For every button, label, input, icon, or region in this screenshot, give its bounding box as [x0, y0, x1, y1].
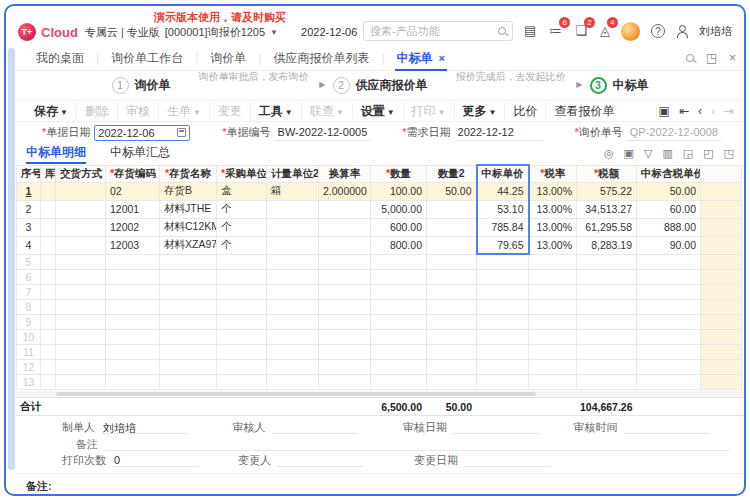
grid-cell[interactable]: 12003	[106, 236, 160, 254]
grid-cell[interactable]	[577, 299, 637, 314]
grid-cell[interactable]	[427, 200, 477, 218]
toolbar-button[interactable]: 保存▼	[26, 103, 77, 120]
column-header[interactable]: *存货名称	[160, 165, 217, 182]
column-header[interactable]: 厍	[41, 165, 56, 182]
grid-cell[interactable]	[106, 254, 160, 269]
grid-cell[interactable]: 盒	[217, 182, 267, 200]
card-detail-icon[interactable]: ▣	[624, 147, 634, 160]
grid-cell[interactable]	[637, 299, 701, 314]
subtab-item[interactable]: 中标单明细	[26, 143, 86, 164]
grid-cell[interactable]	[701, 359, 742, 374]
fullscreen-icon[interactable]: ◳	[724, 147, 734, 160]
grid-cell[interactable]	[106, 374, 160, 389]
grid-cell[interactable]	[529, 314, 577, 329]
toolbar-button[interactable]: 变更	[210, 103, 251, 120]
grid-cell[interactable]	[56, 359, 106, 374]
column-header[interactable]: 数量2	[427, 165, 477, 182]
footer-field-value[interactable]	[464, 454, 550, 467]
grid-cell[interactable]	[106, 359, 160, 374]
grid-cell[interactable]	[529, 374, 577, 389]
grid-cell[interactable]	[701, 182, 742, 200]
grid-cell[interactable]	[41, 269, 56, 284]
grid-cell[interactable]	[267, 374, 319, 389]
grid-cell[interactable]	[427, 269, 477, 284]
grid-cell[interactable]	[160, 329, 217, 344]
user-icon[interactable]	[676, 25, 688, 38]
grid-cell[interactable]	[427, 218, 477, 236]
grid-cell[interactable]	[56, 218, 106, 236]
grid-cell[interactable]	[56, 284, 106, 299]
prev-page-icon[interactable]: ‹	[698, 104, 702, 118]
grid-cell[interactable]	[41, 182, 56, 200]
toolbar-button[interactable]: 打印▼	[404, 103, 455, 120]
grid-cell[interactable]	[637, 329, 701, 344]
grid-cell[interactable]	[217, 284, 267, 299]
grid-cell[interactable]	[477, 329, 529, 344]
grid-cell[interactable]	[701, 254, 742, 269]
grid-cell[interactable]	[56, 344, 106, 359]
grid-cell[interactable]: 材料XZA9708	[160, 236, 217, 254]
card-view-icon[interactable]: ▣	[659, 104, 670, 118]
first-page-icon[interactable]: ⇤	[679, 104, 689, 118]
grid-cell[interactable]: 34,513.27	[577, 200, 637, 218]
column-header[interactable]: *存货编码	[106, 165, 160, 182]
grid-cell[interactable]	[577, 314, 637, 329]
toolbar-button[interactable]: 删除	[77, 103, 118, 120]
grid-cell[interactable]	[427, 299, 477, 314]
column-header[interactable]: *税额	[577, 165, 637, 182]
grid-cell[interactable]	[217, 299, 267, 314]
grid-cell[interactable]: 100.00	[371, 182, 427, 200]
field-value[interactable]: QP-2022-12-0008	[627, 125, 721, 141]
tab-close-icon[interactable]: ×	[439, 52, 445, 64]
grid-cell[interactable]: 6	[17, 269, 41, 284]
grid-cell[interactable]	[319, 218, 371, 236]
grid-cell[interactable]: 13.00%	[529, 200, 577, 218]
column-header[interactable]: 换算率	[319, 165, 371, 182]
grid-cell[interactable]	[267, 236, 319, 254]
footer-field-value[interactable]	[272, 421, 358, 434]
grid-cell[interactable]	[41, 374, 56, 389]
grid-cell[interactable]	[41, 284, 56, 299]
username[interactable]: 刘培培	[699, 24, 732, 39]
toolbar-button[interactable]: 设置▼	[353, 103, 404, 120]
grid-cell[interactable]	[160, 344, 217, 359]
grid-cell[interactable]: 13	[17, 374, 41, 389]
grid-cell[interactable]	[41, 359, 56, 374]
message-icon[interactable]: ❏2	[575, 24, 587, 38]
grid-cell[interactable]	[637, 314, 701, 329]
grid-cell[interactable]: 个	[217, 218, 267, 236]
tab-item[interactable]: 询价单工作台	[99, 46, 195, 71]
grid-cell[interactable]	[371, 359, 427, 374]
toolbar-button[interactable]: 更多▼	[455, 103, 506, 120]
grid-cell[interactable]	[41, 329, 56, 344]
grid-cell[interactable]	[267, 344, 319, 359]
grid-cell[interactable]	[577, 359, 637, 374]
grid-cell[interactable]	[160, 359, 217, 374]
grid-cell[interactable]	[477, 359, 529, 374]
grid-cell[interactable]	[160, 299, 217, 314]
grid-cell[interactable]	[217, 269, 267, 284]
grid-cell[interactable]	[217, 344, 267, 359]
grid-cell[interactable]: 材料C12KM...	[160, 218, 217, 236]
toolbar-button[interactable]: 审核	[118, 103, 159, 120]
grid-cell[interactable]	[529, 359, 577, 374]
workflow-step[interactable]: 3中标单	[590, 77, 649, 94]
calendar-icon[interactable]	[177, 128, 186, 137]
grid-cell[interactable]: 箱	[267, 182, 319, 200]
grid-cell[interactable]	[106, 284, 160, 299]
grid-cell[interactable]	[267, 314, 319, 329]
grid-cell[interactable]	[160, 254, 217, 269]
todo-icon[interactable]: ≔6	[549, 24, 562, 38]
grid-cell[interactable]	[637, 254, 701, 269]
grid-cell[interactable]	[701, 329, 742, 344]
grid-cell[interactable]: 8,283.19	[577, 236, 637, 254]
grid-cell[interactable]	[529, 254, 577, 269]
grid-cell[interactable]	[160, 314, 217, 329]
grid-cell[interactable]	[371, 254, 427, 269]
grid-cell[interactable]	[160, 374, 217, 389]
grid-cell[interactable]: 800.00	[371, 236, 427, 254]
grid-cell[interactable]	[319, 314, 371, 329]
grid-cell[interactable]	[477, 254, 529, 269]
grid-cell[interactable]	[477, 344, 529, 359]
grid-cell[interactable]	[701, 236, 742, 254]
